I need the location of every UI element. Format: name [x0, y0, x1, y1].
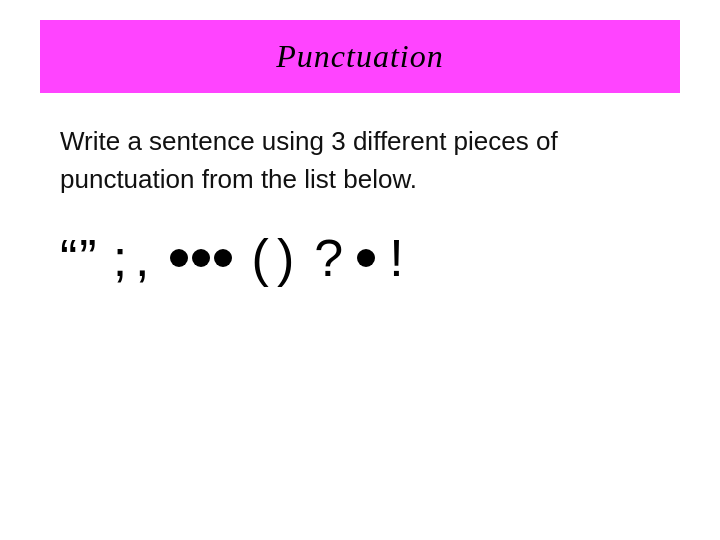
exclamation-symbol: !: [389, 228, 403, 288]
comma-symbol: ,: [135, 228, 149, 288]
question-mark-symbol: ?: [314, 228, 343, 288]
page: Punctuation Write a sentence using 3 dif…: [0, 0, 720, 540]
dot-3: [214, 249, 232, 267]
dot-1: [170, 249, 188, 267]
bullet-symbol: [357, 249, 375, 267]
open-paren-symbol: (: [252, 228, 269, 288]
page-title: Punctuation: [276, 38, 443, 74]
content-area: Write a sentence using 3 different piece…: [0, 93, 720, 540]
ellipsis-symbol: [170, 249, 232, 267]
dot-2: [192, 249, 210, 267]
bullet-dot: [357, 249, 375, 267]
close-quote-symbol: ”: [79, 228, 96, 288]
open-quote-symbol: “: [60, 228, 77, 288]
title-bar: Punctuation: [40, 20, 680, 93]
close-paren-symbol: ): [277, 228, 294, 288]
punctuation-list: “ ” ; , ( ) ? !: [60, 228, 660, 288]
semicolon-symbol: ;: [113, 228, 127, 288]
instruction-text: Write a sentence using 3 different piece…: [60, 123, 660, 198]
